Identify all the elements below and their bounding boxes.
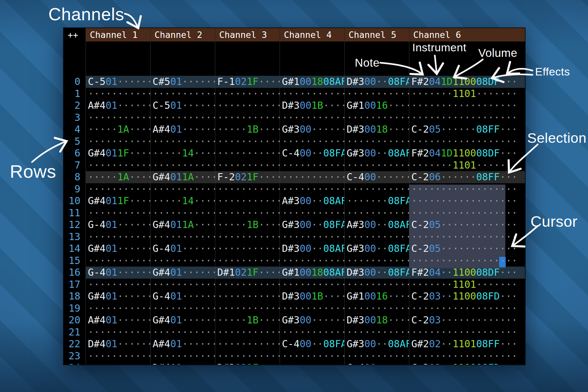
pattern-cell[interactable]: ··········· (215, 326, 280, 338)
pattern-cell[interactable]: ··········· (215, 350, 280, 362)
pattern-cell[interactable]: G#4011A···· (151, 171, 215, 183)
channel-header-5[interactable]: Channel 5 (345, 28, 409, 41)
pattern-cell[interactable]: G-401······ (151, 243, 215, 255)
pattern-cell[interactable]: ··········· (215, 136, 280, 148)
pattern-cell[interactable]: ··········· (86, 88, 151, 100)
pattern-cell[interactable]: ·················· (409, 183, 524, 195)
pattern-cell[interactable]: ·················· (409, 100, 524, 112)
pattern-cell[interactable]: ·················· (409, 195, 524, 207)
pattern-cell[interactable]: ··········· (151, 88, 215, 100)
pattern-cell[interactable]: ··········· (86, 302, 151, 315)
pattern-cell[interactable]: ··········· (215, 112, 280, 124)
pattern-cell[interactable]: ··········· (86, 326, 151, 338)
pattern-cell[interactable]: G#401······ (86, 243, 151, 255)
pattern-cell[interactable]: G#10016···· (345, 100, 409, 112)
pattern-cell[interactable]: ··········· (151, 279, 215, 291)
pattern-cell[interactable]: G#300··08AF (345, 147, 409, 159)
pattern-cell[interactable]: ·······08FA (345, 195, 409, 207)
pattern-cell[interactable]: ··········· (215, 183, 280, 195)
pattern-cell[interactable]: ·····1A···· (86, 171, 151, 183)
pattern-cell[interactable]: ·······1101······· (409, 88, 524, 100)
pattern-cell[interactable]: ··········· (215, 338, 280, 350)
pattern-cell[interactable]: ··········· (86, 136, 151, 148)
channel-header-6[interactable]: Channel 6 (409, 28, 524, 41)
pattern-cell[interactable]: ··········· (86, 159, 151, 172)
pattern-cell[interactable]: ·····1B···· (215, 314, 280, 326)
pattern-cell[interactable]: C-205············· (409, 243, 524, 255)
pattern-cell[interactable]: F#204··110008DF··· (409, 267, 524, 279)
pattern-cell[interactable]: A#401······ (151, 123, 215, 136)
pattern-cell[interactable]: ··········· (151, 159, 215, 172)
pattern-cell[interactable]: ··········· (151, 136, 215, 148)
channel-header-2[interactable]: Channel 2 (151, 28, 215, 41)
pattern-cell[interactable]: D#300··08AF (280, 243, 345, 255)
pattern-cell[interactable]: ··········· (215, 279, 280, 291)
pattern-cell[interactable]: G-401······ (86, 219, 151, 231)
pattern-cell[interactable]: D#30018···· (345, 123, 409, 136)
pattern-cell[interactable]: ··········· (280, 362, 345, 365)
pattern-cell[interactable]: D#300··08FA (345, 76, 409, 88)
pattern-cell[interactable]: ·····14···· (151, 195, 215, 207)
pattern-cell[interactable]: ··········· (86, 350, 151, 362)
pattern-cell[interactable]: ·······1101······· (409, 159, 524, 172)
pattern-cell[interactable]: ··········· (86, 279, 151, 291)
pattern-cell[interactable]: D#30018···· (345, 314, 409, 326)
pattern-cell[interactable]: D#3001B···· (280, 100, 345, 112)
pattern-cell[interactable]: ··········· (345, 350, 409, 362)
pattern-cell[interactable]: F#2041D110008DF··· (409, 147, 524, 159)
pattern-cell[interactable]: C-400··08FA (280, 338, 345, 350)
pattern-cell[interactable]: ··········· (215, 231, 280, 243)
pattern-cell[interactable]: ··········· (280, 136, 345, 148)
pattern-cell[interactable]: C-501······ (86, 76, 151, 88)
pattern-cell[interactable]: F#2041D110008DF··· (409, 76, 524, 88)
pattern-cell[interactable]: ·····1B···· (215, 219, 280, 231)
pattern-cell[interactable]: ··········· (215, 302, 280, 315)
channel-header-4[interactable]: Channel 4 (280, 28, 345, 41)
pattern-cell[interactable]: ··········· (280, 183, 345, 195)
pattern-cell[interactable]: C-203··110008FD··· (409, 290, 524, 302)
pattern-cell[interactable]: ··········· (280, 279, 345, 291)
pattern-cell[interactable]: ··········· (86, 183, 151, 195)
pattern-cell[interactable]: G-401······ (86, 267, 151, 279)
pattern-cell[interactable]: ··········· (345, 183, 409, 195)
pattern-cell[interactable]: A#401······ (86, 314, 151, 326)
pattern-cell[interactable]: ··········· (151, 302, 215, 315)
header-corner-cell[interactable]: ++ (64, 28, 86, 41)
pattern-cell[interactable]: ··········· (280, 88, 345, 100)
pattern-cell[interactable]: ··········· (86, 207, 151, 219)
pattern-cell[interactable]: ·················· (409, 207, 524, 219)
pattern-cell[interactable]: G#401······ (151, 267, 215, 279)
pattern-cell[interactable]: ··········· (151, 231, 215, 243)
pattern-cell[interactable]: ··········· (280, 350, 345, 362)
pattern-cell[interactable]: ··········· (215, 88, 280, 100)
pattern-cell[interactable]: ··········· (215, 147, 280, 159)
pattern-cell[interactable]: G#300······ (280, 123, 345, 136)
pattern-cell[interactable]: G#300··08FA (280, 219, 345, 231)
pattern-cell[interactable]: ··········· (215, 290, 280, 302)
pattern-cell[interactable]: ··········· (280, 159, 345, 172)
pattern-cell[interactable]: ··········· (280, 302, 345, 315)
pattern-cell[interactable]: F-1021F···· (215, 76, 280, 88)
pattern-cell[interactable]: G#1001808AF (280, 267, 345, 279)
pattern-cell[interactable]: D#3001B···· (280, 290, 345, 302)
pattern-cell[interactable]: ··········· (345, 231, 409, 243)
pattern-cell[interactable]: D#300··08FA (345, 267, 409, 279)
pattern-cell[interactable]: ·················· (409, 231, 524, 243)
pattern-cell[interactable]: C-400··08FA (280, 147, 345, 159)
channel-header-3[interactable]: Channel 3 (215, 28, 280, 41)
pattern-cell[interactable]: D#2021F···· (215, 362, 280, 365)
pattern-cell[interactable]: G#1001808AF (280, 76, 345, 88)
pattern-cell[interactable]: G#300··08AF (345, 338, 409, 350)
pattern-cell[interactable]: A#300··08AF (280, 195, 345, 207)
pattern-cell[interactable]: ··········· (345, 112, 409, 124)
pattern-cell[interactable]: ··········· (345, 279, 409, 291)
pattern-cell[interactable]: C-206······08FF··· (409, 171, 524, 183)
pattern-cell[interactable]: ·················· (409, 255, 524, 267)
pattern-cell[interactable]: C-205············· (409, 219, 524, 231)
pattern-cell[interactable]: ··········· (151, 326, 215, 338)
pattern-cell[interactable]: ··········· (86, 231, 151, 243)
channel-header-1[interactable]: Channel 1 (86, 28, 151, 41)
pattern-cell[interactable]: G#4011F···· (86, 147, 151, 159)
pattern-cell[interactable]: D#401······ (151, 362, 215, 365)
pattern-cell[interactable]: ··········· (345, 136, 409, 148)
